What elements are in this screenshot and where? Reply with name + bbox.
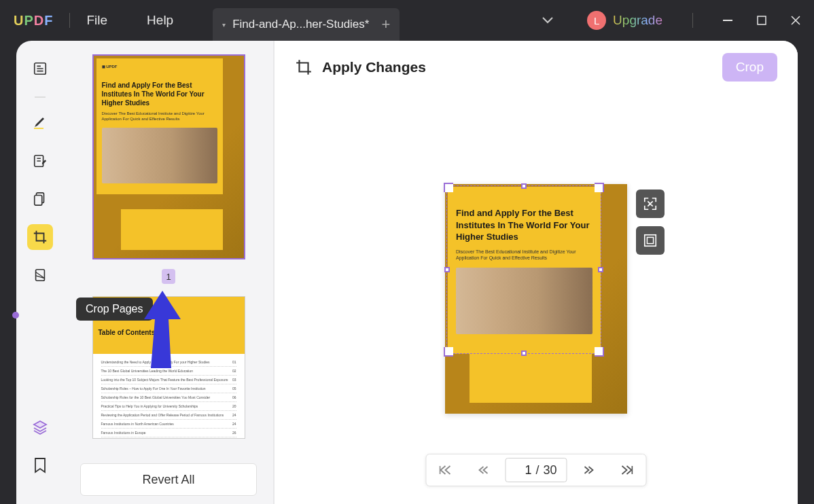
svg-rect-1	[758, 16, 766, 24]
toc-row: The 10 Best Global Universities Leading …	[101, 367, 236, 376]
apply-changes-title: Apply Changes	[322, 59, 426, 75]
svg-rect-9	[647, 237, 653, 243]
toc-row: Reviewing the Application Period and Off…	[101, 411, 236, 420]
edit-tool-button[interactable]	[27, 148, 53, 174]
divider	[69, 13, 70, 28]
highlighter-tool-button[interactable]	[27, 110, 53, 136]
page-preview[interactable]: Find and Apply For the Best Institutes I…	[445, 184, 627, 414]
thumb-title: Find and Apply For the Best Institutes I…	[102, 81, 217, 107]
thumb-image-placeholder	[102, 128, 217, 183]
page-block	[470, 353, 592, 403]
fit-selection-button[interactable]	[636, 190, 665, 218]
main-header: Apply Changes Crop	[275, 41, 798, 94]
toc-row: Famous Institutions in North American Co…	[101, 420, 236, 429]
crop-tool-button[interactable]	[27, 224, 53, 250]
tabs-overflow-icon[interactable]	[542, 17, 553, 24]
page-number-badge: 1	[162, 269, 175, 284]
bookmark-panel-button[interactable]	[27, 452, 53, 478]
next-page-button[interactable]	[570, 454, 608, 486]
page-image-placeholder	[456, 268, 592, 334]
close-button[interactable]	[791, 16, 800, 25]
svg-rect-0	[723, 20, 732, 21]
thumb-block	[121, 209, 223, 250]
thumb-subtitle: Discover The Best Educational Institute …	[102, 111, 217, 122]
page-thumbnail-1[interactable]: ◼ UPDF Find and Apply For the Best Insti…	[92, 54, 245, 259]
page-title-text: Find and Apply For the Best Institutes I…	[456, 207, 592, 243]
crop-ratio-button[interactable]	[636, 226, 665, 255]
crop-header-icon	[295, 58, 313, 76]
menu-help[interactable]: Help	[147, 13, 173, 28]
first-page-button[interactable]	[426, 454, 464, 486]
page-input-box: / 30	[505, 458, 567, 482]
page-navigator: / 30	[425, 454, 646, 486]
maximize-button[interactable]	[757, 16, 766, 25]
last-page-button[interactable]	[608, 454, 646, 486]
crop-pages-tooltip: Crop Pages	[76, 298, 153, 321]
revert-all-button[interactable]: Revert All	[80, 463, 257, 496]
canvas-area[interactable]: Find and Apply For the Best Institutes I…	[275, 94, 798, 504]
current-page-input[interactable]	[515, 463, 531, 478]
minimize-button[interactable]	[723, 20, 732, 21]
thumb-logo: ◼ UPDF	[102, 64, 217, 69]
workspace: Crop Pages ◼ UPDF Find and Apply For the…	[16, 41, 798, 504]
page-total: 30	[543, 463, 556, 478]
organize-tool-button[interactable]	[27, 186, 53, 212]
toolbar-divider	[35, 96, 46, 98]
toc-row: Understanding the Need to Apply Internat…	[101, 358, 236, 367]
page-subtitle-text: Discover The Best Educational Institute …	[456, 249, 592, 261]
toc-row: Practical Tips to Help You in Applying f…	[101, 402, 236, 411]
titlebar: UPDF File Help ▾ Find-and-Ap...her-Studi…	[0, 0, 814, 41]
crop-side-tools	[636, 190, 665, 255]
user-avatar[interactable]: L	[587, 11, 606, 30]
crop-button[interactable]: Crop	[722, 53, 777, 82]
vertical-toolbar	[16, 41, 64, 504]
prev-page-button[interactable]	[464, 454, 502, 486]
toc-row: Scholarship Rules for the 10 Best Global…	[101, 393, 236, 402]
toc-row: Scholarship Rules – How to Apply For One…	[101, 384, 236, 393]
upgrade-button[interactable]: Upgrade	[613, 13, 662, 28]
svg-rect-6	[35, 196, 42, 206]
toc-heading: Table of Contents	[99, 329, 239, 336]
tab-dropdown-icon[interactable]: ▾	[222, 21, 226, 29]
tab-title: Find-and-Ap...her-Studies*	[232, 18, 369, 31]
new-tab-button[interactable]: +	[381, 16, 390, 33]
reader-tool-button[interactable]	[27, 56, 53, 82]
document-tab[interactable]: ▾ Find-and-Ap...her-Studies* +	[213, 8, 400, 41]
menu-file[interactable]: File	[86, 13, 107, 28]
watermark-tool-button[interactable]	[27, 262, 53, 288]
page-separator: /	[535, 463, 539, 478]
toc-body: Understanding the Need to Apply Internat…	[93, 354, 245, 439]
thumbnail-panel: ◼ UPDF Find and Apply For the Best Insti…	[64, 41, 275, 504]
layers-panel-button[interactable]	[27, 414, 53, 440]
main-area: Apply Changes Crop Find and Apply For th…	[275, 41, 798, 504]
svg-rect-3	[34, 128, 43, 129]
divider	[692, 13, 693, 28]
toc-row: Looking into the Top 10 Subject Majors T…	[101, 376, 236, 384]
app-logo: UPDF	[14, 13, 53, 29]
svg-rect-8	[645, 235, 656, 247]
toc-row: Famous Institutions in Europe26	[101, 429, 236, 437]
